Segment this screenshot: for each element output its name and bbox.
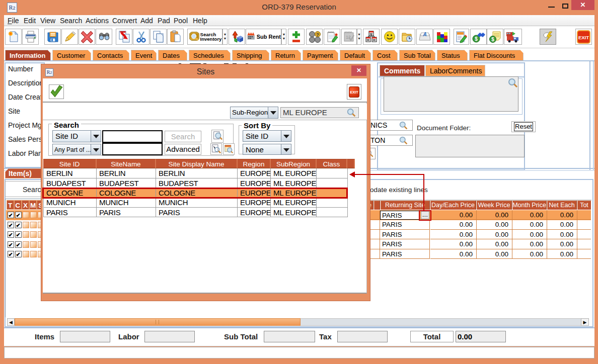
svg-text:$: $ (475, 36, 478, 42)
svg-text:EXIT: EXIT (578, 35, 589, 40)
svg-text:$: $ (491, 37, 494, 42)
svg-text:A: A (422, 32, 426, 37)
svg-text:?: ? (316, 32, 319, 37)
